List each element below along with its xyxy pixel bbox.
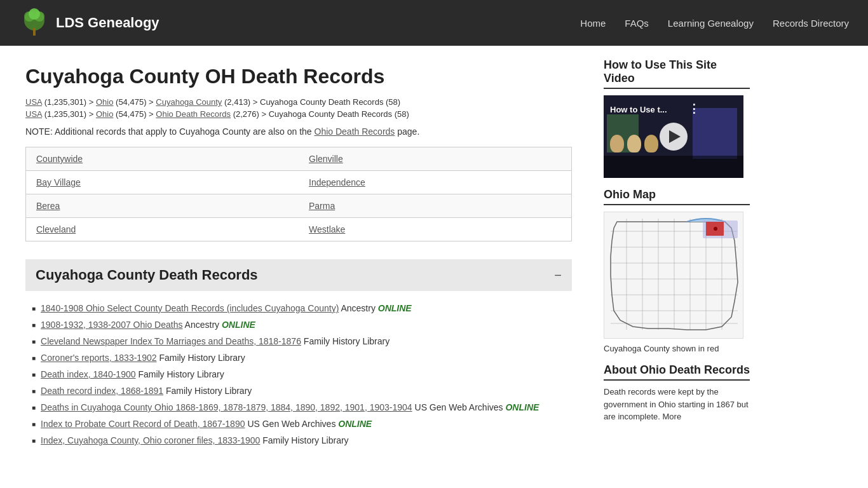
breadcrumb-ohio-death[interactable]: Ohio Death Records: [156, 109, 231, 119]
list-item: Deaths in Cuyahoga County Ohio 1868-1869…: [32, 399, 572, 416]
nav-faqs[interactable]: FAQs: [625, 15, 649, 31]
online-badge: ONLINE: [378, 303, 412, 313]
location-parma[interactable]: Parma: [309, 201, 335, 211]
list-item: 1908-1932, 1938-2007 Ohio Deaths Ancestr…: [32, 316, 572, 333]
table-row: Berea Parma: [26, 194, 572, 218]
location-independence[interactable]: Independence: [309, 177, 365, 187]
main-nav: Home FAQs Learning Genealogy Records Dir…: [580, 15, 849, 31]
video-thumbnail[interactable]: How to Use t... ⋮: [604, 95, 743, 178]
records-list: 1840-1908 Ohio Select County Death Recor…: [25, 300, 572, 449]
video-bg-shape: [693, 108, 737, 159]
video-section-title: How to Use This Site Video: [604, 58, 750, 89]
breadcrumb-1: USA (1,235,301) > Ohio (54,475) > Cuyaho…: [25, 97, 572, 107]
breadcrumb-usa-2[interactable]: USA: [25, 109, 42, 119]
video-play-button[interactable]: [660, 123, 688, 151]
note-text: NOTE: Additional records that apply to C…: [25, 126, 572, 137]
video-section: How to Use This Site Video How to Use t.…: [604, 58, 750, 178]
list-item: 1840-1908 Ohio Select County Death Recor…: [32, 300, 572, 316]
ohio-map: [604, 212, 743, 339]
record-link-6[interactable]: Deaths in Cuyahoga County Ohio 1868-1869…: [41, 402, 412, 412]
ohio-map-section: Ohio Map: [604, 188, 750, 353]
video-overlay-text: How to Use t... ⋮: [610, 102, 700, 116]
svg-point-23: [714, 227, 717, 231]
online-badge: ONLINE: [505, 402, 539, 412]
location-countywide[interactable]: Countywide: [36, 154, 83, 164]
breadcrumb-usa-1[interactable]: USA: [25, 97, 42, 107]
list-item: Cleveland Newspaper Index To Marriages a…: [32, 333, 572, 349]
video-strip: [604, 156, 743, 178]
record-link-3[interactable]: Coroner's reports, 1833-1902: [41, 353, 156, 363]
breadcrumb-ohio-2[interactable]: Ohio: [96, 109, 113, 119]
section-title: Cuyahoga County Death Records: [36, 267, 258, 283]
record-link-7[interactable]: Index to Probate Court Record of Death, …: [41, 419, 245, 429]
table-row: Bay Village Independence: [26, 171, 572, 194]
online-badge: ONLINE: [222, 320, 255, 330]
list-item: Death record index, 1868-1891 Family His…: [32, 383, 572, 399]
list-item: Index, Cuyahoga County, Ohio coroner fil…: [32, 432, 572, 449]
section-header: Cuyahoga County Death Records −: [25, 259, 572, 291]
table-row: Cleveland Westlake: [26, 218, 572, 241]
header: LDS Genealogy Home FAQs Learning Genealo…: [0, 0, 868, 46]
nav-records-dir[interactable]: Records Directory: [773, 15, 849, 31]
list-item: Death index, 1840-1900 Family History Li…: [32, 366, 572, 383]
table-row: Countywide Glenville: [26, 147, 572, 171]
svg-rect-4: [33, 28, 36, 36]
sidebar: How to Use This Site Video How to Use t.…: [597, 46, 763, 488]
logo-icon: [19, 8, 50, 38]
online-badge: ONLINE: [338, 419, 372, 429]
logo-text: LDS Genealogy: [56, 15, 159, 31]
ohio-map-svg: [604, 212, 743, 339]
location-berea[interactable]: Berea: [36, 201, 60, 211]
video-people: [610, 135, 658, 152]
main-content: Cuyahoga County OH Death Records USA (1,…: [0, 46, 597, 488]
record-link-2[interactable]: Cleveland Newspaper Index To Marriages a…: [41, 336, 301, 346]
svg-point-3: [29, 8, 40, 20]
location-cleveland[interactable]: Cleveland: [36, 224, 76, 234]
about-text: Death records were kept by the governmen…: [604, 386, 750, 423]
nav-learning[interactable]: Learning Genealogy: [668, 15, 754, 31]
location-bay-village[interactable]: Bay Village: [36, 177, 81, 187]
map-caption: Cuyahoga County shown in red: [604, 344, 750, 353]
main-wrapper: Cuyahoga County OH Death Records USA (1,…: [0, 46, 868, 488]
about-section-title: About Ohio Death Records: [604, 363, 750, 381]
list-item: Coroner's reports, 1833-1902 Family Hist…: [32, 349, 572, 366]
location-westlake[interactable]: Westlake: [309, 224, 345, 234]
location-glenville[interactable]: Glenville: [309, 154, 343, 164]
record-link-1[interactable]: 1908-1932, 1938-2007 Ohio Deaths: [41, 320, 182, 330]
breadcrumb-cuyahoga[interactable]: Cuyahoga County: [156, 97, 222, 107]
play-triangle-icon: [669, 130, 681, 143]
list-item: Index to Probate Court Record of Death, …: [32, 416, 572, 432]
breadcrumb-ohio-1[interactable]: Ohio: [96, 97, 113, 107]
record-link-5[interactable]: Death record index, 1868-1891: [41, 386, 163, 396]
logo-area: LDS Genealogy: [19, 8, 580, 38]
collapse-button[interactable]: −: [554, 268, 562, 283]
nav-home[interactable]: Home: [580, 15, 606, 31]
record-link-8[interactable]: Index, Cuyahoga County, Ohio coroner fil…: [41, 435, 260, 445]
record-link-4[interactable]: Death index, 1840-1900: [41, 369, 135, 379]
page-title: Cuyahoga County OH Death Records: [25, 65, 572, 88]
ohio-map-title: Ohio Map: [604, 188, 750, 205]
breadcrumb-2: USA (1,235,301) > Ohio (54,475) > Ohio D…: [25, 109, 572, 119]
record-link-0[interactable]: 1840-1908 Ohio Select County Death Recor…: [41, 303, 339, 313]
about-section: About Ohio Death Records Death records w…: [604, 363, 750, 423]
locations-table: Countywide Glenville Bay Village Indepen…: [25, 147, 572, 241]
ohio-death-records-link[interactable]: Ohio Death Records: [315, 126, 395, 137]
